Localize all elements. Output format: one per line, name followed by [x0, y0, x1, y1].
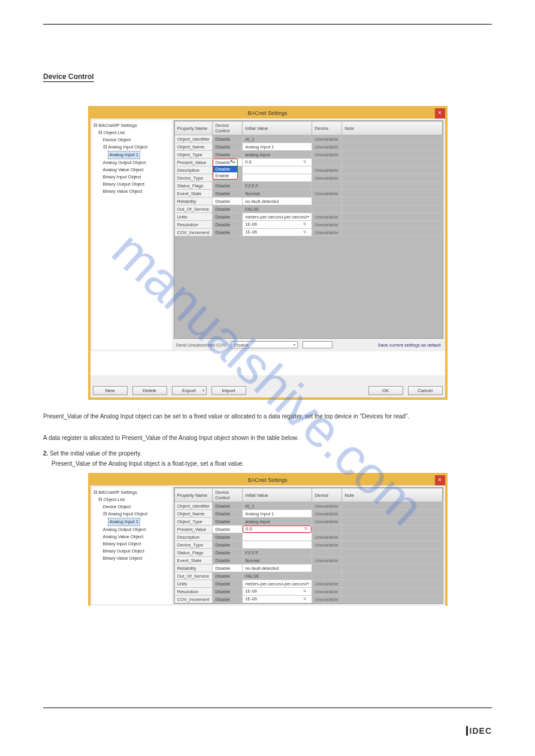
table-row: ReliabilityDisableno-fault-detected — [174, 564, 442, 572]
cov-value-input[interactable] — [303, 341, 333, 348]
dialog-titlebar: BACnet Settings × — [90, 475, 445, 485]
spinner-icon[interactable]: ⇅ — [303, 596, 309, 602]
table-row: COV_IncrementDisable1E-06⇅Unavailable — [174, 229, 442, 236]
bottom-controls: Send Unsubscribed COV Disable▾ Save curr… — [174, 340, 443, 350]
new-button[interactable]: New — [93, 386, 128, 395]
table-row: ResolutionDisable1E-06⇅Unavailable — [174, 588, 442, 596]
delete-button[interactable]: Delete — [132, 386, 167, 395]
device-control-cell[interactable]: Disable — [213, 526, 243, 533]
close-icon[interactable]: × — [435, 108, 445, 119]
header-initial-value: Initial Value — [243, 122, 312, 135]
cancel-button[interactable]: Cancel — [408, 386, 443, 395]
export-button[interactable]: Export — [172, 386, 207, 395]
lower-panel — [92, 351, 443, 375]
resolution-input[interactable]: 1E-06⇅ — [243, 221, 312, 229]
bacnet-dialog-2: BACnet Settings × ⊟ BACnet/IP Settings ⊟… — [88, 473, 448, 606]
section-title: Device Control — [43, 72, 94, 82]
grid-header-row: Property Name Device Control Initial Val… — [174, 122, 442, 135]
table-row: Object_IdentifierDisableAI_1Unavailable — [174, 135, 442, 143]
top-rule — [43, 24, 492, 25]
table-row: Present_Value Disable▾ Disable Enable↖ 0… — [174, 159, 442, 166]
tree-analog-output-object[interactable]: Analog Output Object — [93, 526, 171, 533]
grid-empty-area — [174, 236, 443, 338]
tree-device-object[interactable]: Device Object — [93, 136, 171, 144]
table-row: Object_IdentifierDisableAI_1Unavailable — [174, 502, 442, 510]
table-row: Status_FlagsDisableF,F,F,F — [174, 549, 442, 557]
table-row: Out_Of_ServiceDisableFALSE — [174, 205, 442, 213]
spinner-icon[interactable]: ⇅ — [303, 588, 309, 594]
present-value-input[interactable]: 0.0⇅ — [243, 526, 312, 533]
dialog-titlebar: BACnet Settings × — [90, 108, 445, 119]
tree-analog-input-object[interactable]: ⊟ Analog Input Object — [93, 511, 171, 518]
tree-binary-value-object[interactable]: Binary Value Object — [93, 555, 171, 562]
header-device: Device — [312, 122, 342, 135]
dropdown-menu[interactable]: Disable▾ Disable Enable↖ — [213, 159, 238, 180]
tree-analog-value-object[interactable]: Analog Value Object — [93, 166, 171, 174]
page-footer: IDEC — [0, 720, 535, 748]
object-tree[interactable]: ⊟ BACnet/IP Settings ⊟ Object List Devic… — [92, 120, 172, 350]
tree-binary-input-object[interactable]: Binary Input Object — [93, 541, 171, 548]
object-tree[interactable]: ⊟ BACnet/IP Settings ⊟ Object List Devic… — [92, 487, 172, 604]
tree-root[interactable]: ⊟ BACnet/IP Settings — [93, 122, 171, 129]
tree-root[interactable]: ⊟ BACnet/IP Settings — [93, 489, 171, 496]
tree-device-object[interactable]: Device Object — [93, 503, 171, 511]
grid-header-row: Property Name Device Control Initial Val… — [174, 488, 442, 502]
tree-objectlist[interactable]: ⊟ Object List — [93, 129, 171, 136]
table-row: Out_Of_ServiceDisableFALSE — [174, 572, 442, 580]
tree-binary-input-object[interactable]: Binary Input Object — [93, 174, 171, 181]
header-property-name: Property Name — [174, 122, 213, 135]
tree-analog-input-1[interactable]: Analog Input 1 — [108, 151, 140, 159]
tree-binary-value-object[interactable]: Binary Value Object — [93, 188, 171, 195]
cursor-icon: ↖ — [230, 159, 235, 165]
chevron-down-icon: ▾ — [294, 342, 295, 347]
spinner-icon[interactable]: ⇅ — [304, 526, 310, 532]
table-row: Event_StateDisableNormalUnavailable — [174, 557, 442, 564]
tree-binary-output-object[interactable]: Binary Output Object — [93, 181, 171, 188]
table-row: UnitsDisablemeters-per-second-per-second… — [174, 580, 442, 588]
cov-increment-input[interactable]: 1E-06⇅ — [243, 596, 312, 603]
chevron-down-icon: ▾ — [307, 581, 309, 585]
bacnet-dialog-1: BACnet Settings × ⊟ BACnet/IP Settings ⊟… — [88, 106, 448, 400]
close-icon[interactable]: × — [435, 475, 445, 485]
table-row: ReliabilityDisableno-fault-detected — [174, 198, 442, 205]
header-note: Note — [342, 122, 442, 135]
table-row: Present_Value Disable 0.0⇅ — [174, 526, 442, 533]
table-row: COV_IncrementDisable1E-06⇅Unavailable — [174, 596, 442, 603]
spinner-icon[interactable]: ⇅ — [303, 229, 309, 235]
table-row: Object_NameDisableAnalog Input 1Unavaila… — [174, 510, 442, 518]
prose-2: A data register is allocated to Present_… — [43, 433, 492, 443]
import-button[interactable]: Import — [211, 386, 246, 395]
units-select[interactable]: meters-per-second-per-second▾ — [243, 580, 312, 588]
property-grid: Property Name Device Control Initial Val… — [174, 487, 443, 604]
tree-objectlist[interactable]: ⊟ Object List — [93, 496, 171, 503]
table-row: Device_TypeDisableUnavailable — [174, 541, 442, 549]
tree-analog-value-object[interactable]: Analog Value Object — [93, 533, 171, 541]
tree-analog-input-object[interactable]: ⊟ Analog Input Object — [93, 144, 171, 151]
save-defaults-link[interactable]: Save current settings as default — [377, 342, 440, 348]
present-value-input[interactable]: 0.0⇅ — [243, 159, 312, 166]
prose-1: Present_Value of the Analog Input object… — [43, 412, 492, 421]
table-row: Object_NameDisableAnalog Input 1Unavaila… — [174, 143, 442, 151]
dropdown-option[interactable]: Enable↖ — [213, 172, 237, 179]
chevron-down-icon: ▾ — [307, 214, 309, 218]
bottom-rule — [43, 708, 492, 708]
ok-button[interactable]: OK — [368, 386, 403, 395]
dropdown-option-selected[interactable]: Disable — [213, 166, 237, 172]
units-select[interactable]: meters-per-second-per-second▾ — [243, 213, 312, 221]
cov-label: Send Unsubscribed COV — [176, 342, 226, 348]
resolution-input[interactable]: 1E-06⇅ — [243, 588, 312, 596]
cov-increment-input[interactable]: 1E-06⇅ — [243, 229, 312, 236]
dialog-title: BACnet Settings — [247, 110, 287, 116]
spinner-icon[interactable]: ⇅ — [303, 221, 309, 227]
cov-select[interactable]: Disable▾ — [231, 341, 298, 348]
tree-analog-input-1[interactable]: Analog Input 1 — [108, 518, 140, 526]
tree-binary-output-object[interactable]: Binary Output Object — [93, 548, 171, 555]
dialog-title: BACnet Settings — [247, 477, 287, 483]
spinner-icon[interactable]: ⇅ — [303, 159, 309, 165]
table-row: DescriptionDisableUnavailable — [174, 533, 442, 541]
device-control-dropdown[interactable]: Disable▾ Disable Enable↖ — [213, 159, 243, 166]
dialog-buttons: New Delete Export Import OK Cancel — [90, 375, 445, 397]
step-2-sub: Present_Value of the Analog Input object… — [52, 460, 492, 467]
idec-logo: IDEC — [466, 726, 492, 736]
tree-analog-output-object[interactable]: Analog Output Object — [93, 159, 171, 166]
